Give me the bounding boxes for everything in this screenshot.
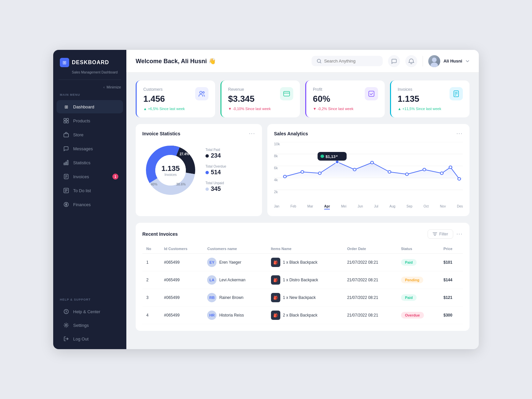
filter-button[interactable]: Filter [428,229,453,239]
svg-point-22 [431,63,438,67]
main-content: Welcome Back, Ali Husni 👋 Ali Husni [126,50,479,349]
search-icon [317,59,322,64]
cell-status: Paid [397,289,440,307]
sidebar-item-statistics[interactable]: Statistics [57,156,123,169]
item-thumb: 🎒 [271,258,280,267]
sales-analytics-more[interactable]: ··· [457,131,463,137]
svg-text:4k: 4k [274,178,278,182]
svg-rect-27 [369,91,374,96]
sidebar-item-help[interactable]: Help & Center [57,305,123,318]
stat-card-customers: Customers 1.456 ▲ +6,5% Since last week [136,80,215,117]
cell-item: 🎒 1 x New Backpack [267,289,343,307]
sidebar-item-messages[interactable]: Messages [57,142,123,155]
sidebar-item-todo[interactable]: To Do list [57,184,123,197]
cell-date: 21/07/2022 08:21 [343,289,397,307]
sidebar-item-store[interactable]: Store [57,128,123,141]
sidebar-item-label: Store [73,132,83,137]
stat-card-revenue: Revenue $3.345 ▼ -0,10% Since last week [220,80,300,117]
sidebar-item-label: Settings [73,323,89,328]
svg-text:8k: 8k [274,154,278,158]
stat-value: $3.345 [228,94,271,104]
stat-cards: Customers 1.456 ▲ +6,5% Since last week … [136,80,469,117]
customer-name: Levi Ackerman [219,278,245,282]
sidebar-item-logout[interactable]: Log Out [57,332,123,345]
chat-button[interactable] [388,55,400,67]
month: Feb [291,204,296,209]
logout-icon [63,336,69,342]
invoices-table: No Id Customers Customers name Items Nam… [142,244,463,324]
line-chart: 10k 8k 6k 4k 2k [274,142,463,209]
help-icon [63,309,69,315]
sidebar-divider [59,79,121,80]
dashboard-content: Customers 1.456 ▲ +6,5% Since last week … [126,72,479,349]
cell-no: 1 [142,254,160,271]
donut-label: Invoices [161,173,180,177]
notifications-button[interactable] [405,55,417,67]
table-more[interactable]: ··· [457,231,463,237]
invoices-icon [63,174,69,180]
month: Nov [440,204,446,209]
chart-months: Jan Feb Mar Apr Mei Jun Jul Aug Sep Oct … [274,203,463,209]
legend-value: 345 [205,186,226,193]
sidebar-item-label: Invoices [73,174,89,179]
invoice-stats-card: Invoice Statistics ··· [136,124,262,216]
donut-center: 1.135 Invoices [161,164,180,177]
legend-value: 234 [205,152,226,159]
svg-rect-7 [67,160,68,165]
arrow-down-icon: ▼ [313,107,317,111]
stat-value: 60% [313,94,353,104]
item-thumb: 🎒 [271,311,280,320]
arrow-up-icon: ▲ [143,107,147,111]
svg-rect-4 [64,134,68,137]
svg-point-50 [353,168,356,171]
stat-label: Revenue [228,87,271,92]
sidebar: ⊞ DESKBOARD Sales Management Dashboard ‹… [53,50,126,349]
sidebar-item-finances[interactable]: Finances [57,198,123,211]
logo-icon: ⊞ [60,58,69,67]
item-name: 1 x Black Backpack [283,260,318,265]
sidebar-item-label: Statistics [73,160,90,165]
col-item: Items Name [267,244,343,254]
user-name: Ali Husni [444,59,462,64]
stat-label: Invoices [398,87,441,92]
invoice-stats-more[interactable]: ··· [249,131,255,137]
legend-dot [205,171,209,174]
svg-rect-6 [66,162,66,165]
cell-item: 🎒 2 x Black Backpack [267,307,343,324]
customer-avatar: LA [207,275,216,285]
charts-row: Invoice Statistics ··· [136,124,469,216]
svg-point-51 [371,161,374,164]
recent-invoices-card: Recent Invoices Filter ··· No Id Custome… [136,223,469,331]
cell-price: $101 [440,254,463,271]
arrow-down-icon: ▼ [228,107,232,111]
legend-label: Total Unpaid [205,181,226,185]
sidebar-item-label: Products [73,118,90,123]
stat-icon [280,87,293,100]
table-actions: Filter ··· [428,229,463,239]
header: Welcome Back, Ali Husni 👋 Ali Husni [126,50,479,72]
cell-date: 21/07/2022 08:21 [343,307,397,324]
svg-point-57 [458,178,461,180]
customer-avatar: EY [207,258,216,267]
donut-value: 1.135 [161,164,180,173]
legend-label: Total Overdue [205,165,226,168]
sidebar-item-invoices[interactable]: Invoices 1 [57,170,123,183]
cell-status: Overdue [397,307,440,324]
minimize-button[interactable]: ‹ Minimize [53,85,126,93]
search-input[interactable] [324,59,377,64]
col-no: No [142,244,160,254]
search-box[interactable] [312,56,383,66]
status-badge: Overdue [401,312,424,319]
sidebar-item-settings[interactable]: Settings [57,319,123,332]
cell-item: 🎒 1 x Black Backpack [267,254,343,271]
status-badge: Paid [401,294,417,301]
legend-value: 514 [205,169,226,176]
cell-customer: LA Levi Ackerman [203,271,267,289]
sidebar-item-dashboard[interactable]: ⊞ Dashboard [57,100,123,113]
month: Sep [407,204,413,209]
svg-point-18 [66,313,66,313]
user-profile[interactable]: Ali Husni [428,55,469,67]
col-date: Order Date [343,244,397,254]
col-price: Price [440,244,463,254]
sidebar-item-products[interactable]: Products [57,114,123,127]
